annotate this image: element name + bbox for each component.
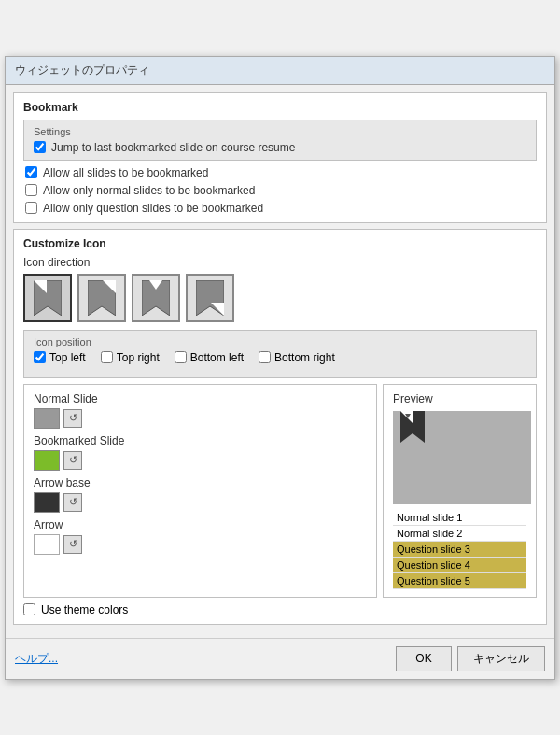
pos-bottomleft-label: Bottom left (190, 351, 244, 364)
preview-slide-3: Question slide 3 (393, 542, 526, 558)
cancel-button[interactable]: キャンセル (457, 646, 545, 671)
icon-tl-svg (34, 280, 62, 316)
arrow-base-color-row: ↺ (34, 492, 367, 513)
pos-topleft-checkbox[interactable] (34, 351, 46, 363)
pos-bottomleft: Bottom left (175, 351, 244, 364)
icon-position-label: Icon position (34, 336, 526, 347)
allow-all-label: Allow all slides to be bookmarked (43, 166, 208, 179)
arrow-base-label: Arrow base (34, 476, 367, 489)
normal-slide-group: Normal Slide ↺ (34, 392, 367, 429)
only-question-label: Allow only question slides to be bookmar… (43, 202, 263, 215)
preview-area (393, 411, 531, 504)
icon-position-section: Icon position Top left Top right Bottom … (23, 330, 537, 378)
preview-col: Preview Normal slide 1 (383, 384, 537, 598)
icon-mid-svg (142, 280, 170, 316)
pos-topleft-label: Top left (49, 351, 86, 364)
icon-direction-br[interactable] (186, 274, 234, 322)
widget-properties-dialog: ウィジェットのプロパティ Bookmark Settings Jump to l… (5, 56, 555, 680)
bookmarked-slide-label: Bookmarked Slide (34, 434, 367, 447)
pos-topright: Top right (101, 351, 160, 364)
preview-slide-5: Question slide 5 (393, 573, 526, 589)
icon-direction-label: Icon direction (23, 256, 537, 269)
bookmark-section: Bookmark Settings Jump to last bookmarke… (13, 92, 547, 223)
pos-bottomleft-checkbox[interactable] (175, 351, 187, 363)
lower-section: Normal Slide ↺ Bookmarked Slide ↺ (23, 384, 537, 598)
arrow-reset[interactable]: ↺ (63, 535, 82, 554)
pos-topleft: Top left (34, 351, 86, 364)
pos-bottomright-checkbox[interactable] (259, 351, 271, 363)
settings-title: Settings (34, 126, 526, 137)
bookmarked-slide-reset[interactable]: ↺ (63, 451, 82, 470)
preview-title: Preview (393, 392, 526, 405)
normal-slide-reset[interactable]: ↺ (63, 409, 82, 428)
icon-direction-tl[interactable] (23, 274, 72, 322)
arrow-base-reset[interactable]: ↺ (63, 493, 82, 512)
use-theme-row: Use theme colors (23, 603, 537, 616)
customize-icon-title: Customize Icon (23, 237, 537, 250)
only-question-checkbox[interactable] (25, 202, 37, 214)
footer-buttons: OK キャンセル (396, 646, 545, 671)
only-question-row: Allow only question slides to be bookmar… (23, 202, 537, 215)
preview-bookmark-icon (400, 411, 425, 445)
bookmarked-slide-swatch[interactable] (34, 450, 60, 471)
icon-direction-mid[interactable] (132, 274, 180, 322)
allow-all-row: Allow all slides to be bookmarked (23, 166, 537, 179)
help-link[interactable]: ヘルプ... (15, 651, 58, 667)
icon-direction-tr[interactable] (77, 274, 126, 322)
bookmarked-slide-color-row: ↺ (34, 450, 367, 471)
only-normal-row: Allow only normal slides to be bookmarke… (23, 184, 537, 197)
only-normal-label: Allow only normal slides to be bookmarke… (43, 184, 255, 197)
normal-slide-label: Normal Slide (34, 392, 367, 405)
position-row: Top left Top right Bottom left Bottom ri… (34, 351, 526, 364)
color-pickers-col: Normal Slide ↺ Bookmarked Slide ↺ (23, 384, 377, 598)
pos-topright-checkbox[interactable] (101, 351, 113, 363)
arrow-base-group: Arrow base ↺ (34, 476, 367, 513)
svg-marker-7 (211, 303, 224, 316)
icon-direction-buttons (23, 274, 537, 322)
icon-tr-svg (88, 280, 116, 316)
arrow-base-swatch[interactable] (34, 492, 60, 513)
preview-slide-4: Question slide 4 (393, 558, 526, 573)
allow-all-checkbox[interactable] (25, 166, 37, 178)
arrow-group: Arrow ↺ (34, 518, 367, 555)
preview-slide-2: Normal slide 2 (393, 526, 526, 542)
dialog-footer: ヘルプ... OK キャンセル (6, 638, 554, 679)
pos-bottomright-label: Bottom right (274, 351, 335, 364)
use-theme-checkbox[interactable] (23, 603, 35, 615)
customize-icon-section: Customize Icon Icon direction (13, 229, 547, 625)
jump-last-checkbox[interactable] (34, 141, 46, 153)
bookmark-title: Bookmark (23, 101, 537, 114)
preview-slide-1: Normal slide 1 (393, 510, 526, 526)
normal-slide-color-row: ↺ (34, 408, 367, 429)
preview-bm-svg (400, 411, 425, 443)
jump-last-row: Jump to last bookmarked slide on course … (34, 141, 526, 154)
icon-br-svg (196, 280, 224, 316)
ok-button[interactable]: OK (396, 646, 452, 671)
pos-bottomright: Bottom right (259, 351, 335, 364)
dialog-title: ウィジェットのプロパティ (6, 57, 554, 85)
bookmarked-slide-group: Bookmarked Slide ↺ (34, 434, 367, 471)
use-theme-label: Use theme colors (41, 603, 128, 616)
only-normal-checkbox[interactable] (25, 184, 37, 196)
jump-last-label: Jump to last bookmarked slide on course … (51, 141, 295, 154)
normal-slide-swatch[interactable] (34, 408, 60, 429)
settings-subsection: Settings Jump to last bookmarked slide o… (23, 120, 537, 161)
pos-topright-label: Top right (117, 351, 160, 364)
svg-marker-0 (34, 280, 62, 316)
arrow-swatch[interactable] (34, 534, 60, 555)
arrow-color-row: ↺ (34, 534, 367, 555)
dialog-body: Bookmark Settings Jump to last bookmarke… (6, 85, 554, 638)
preview-list: Normal slide 1 Normal slide 2 Question s… (393, 510, 526, 589)
arrow-label: Arrow (34, 518, 367, 531)
